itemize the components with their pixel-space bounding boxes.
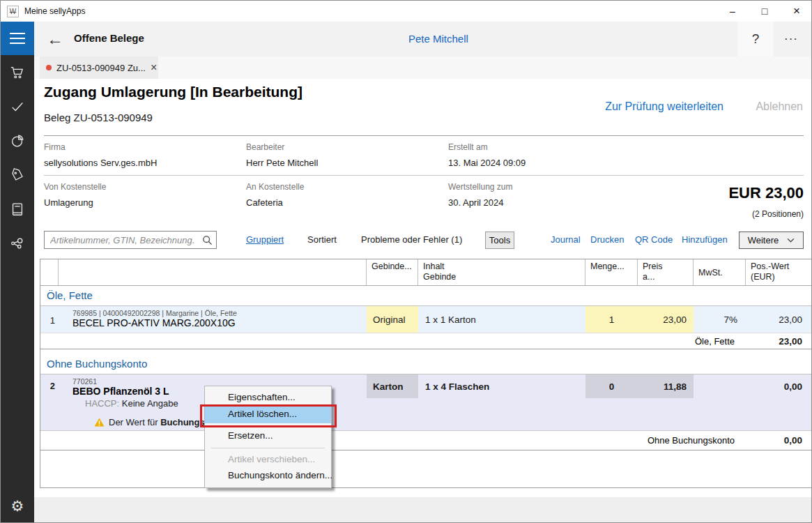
grouped-toggle[interactable]: Gruppiert [246, 234, 284, 245]
header-menge[interactable]: Menge... [585, 259, 638, 285]
row-description: 769985 | 04000492002298 | Margarine | Öl… [59, 306, 367, 333]
field-bearbeiter: Bearbeiter Herr Pete Mitchell [246, 142, 434, 168]
article-meta: 769985 | 04000492002298 | Margarine | Öl… [59, 306, 367, 317]
cell-mwst[interactable]: 7% [694, 306, 746, 333]
position-count: (2 Positionen) [752, 209, 804, 219]
subtotal-label: Öle, Fette [40, 336, 746, 347]
search-icon[interactable] [198, 235, 216, 245]
field-erstellt-am: Erstellt am 13. Mai 2024 09:09 [448, 142, 636, 168]
problems-link[interactable]: Probleme oder Fehler (1) [361, 234, 462, 245]
cell-menge[interactable]: 0 [585, 374, 638, 430]
subtotal-value: 0,00 [746, 435, 812, 446]
minimize-button[interactable]: – [717, 1, 749, 22]
menu-item-artikel-verschieben: Artikel verschieben... [205, 452, 331, 468]
tools-button[interactable]: Tools [485, 232, 514, 249]
cell-gebinde[interactable]: Original [367, 306, 418, 333]
header-inhalt[interactable]: InhaltGebinde [418, 259, 585, 285]
field-value: Herr Pete Mitchell [246, 158, 434, 168]
context-menu: Eigenschaften... Artikel löschen... Erse… [204, 386, 332, 488]
print-link[interactable]: Drucken [590, 234, 624, 245]
window-titlebar: W Meine sellyApps – □ × [1, 1, 812, 22]
close-button[interactable]: × [781, 1, 812, 22]
cart-icon[interactable] [1, 55, 34, 89]
subtotal-value: 23,00 [746, 336, 812, 347]
sidebar: ⚙ [1, 22, 34, 523]
window-title: Meine sellyApps [24, 6, 85, 16]
menu-spacer [205, 423, 331, 428]
cell-pos-wert: 23,00 [746, 306, 812, 333]
header-line: a... [643, 272, 654, 282]
haccp-value: Keine Angabe [122, 398, 178, 409]
tab-label: ZU-0513-090949 Zu... [56, 63, 146, 73]
cell-pos-wert: 0,00 [746, 374, 812, 430]
search-input[interactable] [45, 235, 198, 245]
table-header-row: Gebinde... InhaltGebinde Menge... Preisa… [40, 259, 811, 286]
article-search[interactable] [44, 231, 217, 249]
field-label: Von Kostenstelle [44, 182, 232, 192]
article-name: BECEL PRO-AKTIV MARG.200X10G [59, 317, 367, 328]
group-header-ohne-buchungskonto[interactable]: Ohne Buchungskonto [40, 349, 811, 374]
field-value: 30. April 2024 [448, 197, 636, 208]
group-header-oele-fette[interactable]: Öle, Fette [40, 286, 811, 306]
pie-chart-icon[interactable] [1, 123, 34, 158]
menu-separator [211, 448, 325, 448]
cell-preis[interactable]: 23,00 [638, 306, 694, 333]
journal-link[interactable]: Journal [551, 234, 581, 245]
field-von-kostenstelle: Von Kostenstelle Umlagerung [44, 182, 232, 208]
tab-close-icon[interactable]: × [151, 61, 157, 74]
header-mwst[interactable]: MwSt. [694, 259, 746, 285]
header-pos-wert[interactable]: Pos.-Wert(EUR) [746, 259, 812, 285]
help-icon[interactable]: ? [738, 22, 773, 56]
chevron-down-icon [787, 238, 795, 243]
group-subtotal-row: Öle, Fette 23,00 [40, 333, 811, 349]
settings-gear-icon[interactable]: ⚙ [1, 493, 34, 520]
field-an-kostenstelle: An Kostenstelle Cafeteria [246, 182, 434, 208]
cell-menge[interactable]: 1 [585, 306, 638, 333]
more-options-icon[interactable]: ··· [775, 22, 807, 56]
cell-gebinde[interactable]: Karton [367, 374, 418, 430]
header-line: Gebinde [423, 272, 456, 282]
sorted-toggle[interactable]: Sortiert [307, 234, 337, 245]
menu-item-eigenschaften[interactable]: Eigenschaften... [205, 390, 331, 406]
maximize-button[interactable]: □ [749, 1, 781, 22]
field-value: sellysolutions Serv.ges.mbH [44, 158, 232, 168]
checkmark-icon[interactable] [1, 89, 34, 123]
header-preis[interactable]: Preisa... [638, 259, 694, 285]
share-network-icon[interactable] [1, 226, 34, 260]
field-label: An Kostenstelle [246, 182, 434, 192]
menu-item-artikel-loeschen[interactable]: Artikel löschen... [205, 406, 331, 423]
menu-item-ersetzen[interactable]: Ersetzen... [205, 428, 331, 444]
subtotal-label: Ohne Buchungskonto [40, 435, 746, 446]
document-total: EUR 23,00 [728, 184, 804, 202]
more-actions-button[interactable]: Weitere [739, 232, 804, 249]
table-row[interactable]: 2 770261 BEBO Pflanzenöl 3 L HACCP: Kein… [40, 374, 811, 430]
divider [44, 135, 804, 136]
unsaved-dot-icon [46, 65, 52, 70]
qr-code-link[interactable]: QR Code [635, 234, 673, 245]
menu-item-buchungskonto-aendern[interactable]: Buchungskonto ändern... [205, 468, 331, 484]
field-label: Wertstellung zum [448, 182, 636, 192]
table-row[interactable]: 1 769985 | 04000492002298 | Margarine | … [40, 306, 811, 333]
cell-inhalt[interactable]: 1 x 1 Karton [418, 306, 585, 333]
hamburger-menu-icon[interactable] [1, 22, 34, 55]
table-empty-area [40, 450, 811, 487]
page-title: Offene Belege [74, 32, 144, 44]
back-arrow-icon[interactable]: ← [44, 29, 66, 50]
tag-icon[interactable] [1, 158, 34, 192]
add-link[interactable]: Hinzufügen [682, 234, 728, 245]
warning-text: Der Wert für Buchungsko [109, 417, 215, 427]
header-gebinde[interactable]: Gebinde... [367, 259, 418, 285]
user-name-link[interactable]: Pete Mitchell [408, 33, 468, 45]
field-label: Firma [44, 142, 232, 152]
positions-table: Gebinde... InhaltGebinde Menge... Preisa… [40, 259, 812, 488]
cell-inhalt[interactable]: 1 x 4 Flaschen [418, 374, 585, 430]
group-subtotal-row: Ohne Buchungskonto 0,00 [40, 430, 811, 450]
forward-for-review-link[interactable]: Zur Prüfung weiterleiten [605, 100, 723, 113]
cell-mwst[interactable] [694, 374, 746, 430]
book-icon[interactable] [1, 192, 34, 226]
reject-link-disabled: Ablehnen [756, 100, 803, 113]
document-tab[interactable]: ZU-0513-090949 Zu... × [40, 56, 158, 79]
row-number: 1 [40, 306, 59, 333]
cell-preis[interactable]: 11,88 [638, 374, 694, 430]
field-firma: Firma sellysolutions Serv.ges.mbH [44, 142, 232, 168]
